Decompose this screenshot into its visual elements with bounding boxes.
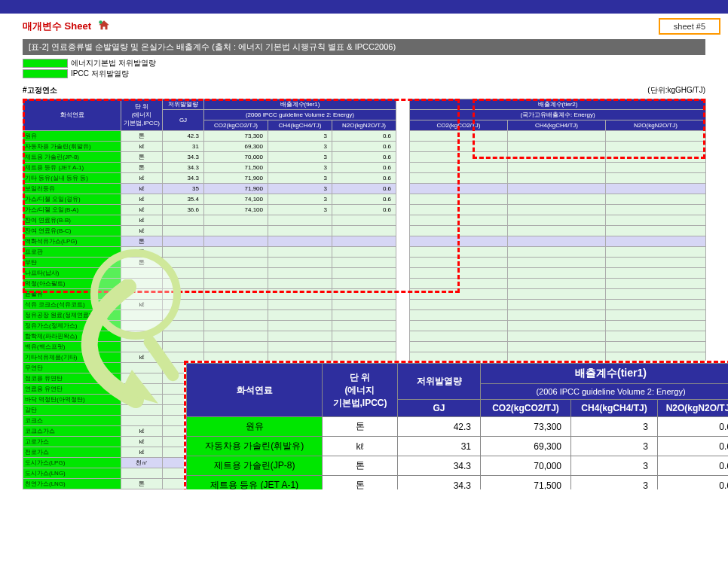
gap	[396, 131, 410, 142]
cell-ch4-t2	[508, 258, 606, 268]
zoom-panel: 화석연료 단 위 (에너지 기본법,IPCC) 저위발열량 배출계수(tier1…	[184, 361, 728, 489]
cell-gj	[163, 215, 204, 226]
gap	[396, 268, 410, 279]
cell-co2	[204, 226, 268, 236]
cell-fuel: 가스/디젤 오일(경유)	[23, 194, 121, 205]
cell-co2	[204, 268, 268, 279]
cell-ch4	[268, 215, 332, 226]
cell-n2o-t2	[606, 310, 706, 321]
cell-co2	[204, 342, 268, 352]
cell-n2o-t2	[606, 194, 706, 205]
cell-co2-t2	[410, 205, 508, 215]
col-tier1: 배출계수(tier1)	[204, 99, 396, 110]
cell-n2o: 0.6	[658, 417, 729, 437]
table-row: 자동차용 가솔린(휘발유)kℓ3169,30030.6	[187, 437, 729, 456]
cell-n2o: 0.6	[658, 456, 729, 476]
cell-ch4-t2	[508, 300, 606, 310]
cell-gj: 34.3	[398, 476, 481, 490]
cell-n2o	[332, 331, 396, 342]
cell-unit: kℓ	[121, 194, 163, 205]
cell-n2o	[332, 236, 396, 247]
col-tier2: 배출계수(tier2)	[410, 99, 706, 110]
cell-ch4	[268, 331, 332, 342]
cell-n2o-t2	[606, 331, 706, 342]
gap	[396, 321, 410, 331]
cell-co2	[204, 258, 268, 268]
cell-n2o: 0.6	[332, 163, 396, 173]
cell-gj: 34.3	[163, 152, 204, 163]
cell-ch4	[268, 321, 332, 331]
cell-co2-t2	[410, 236, 508, 247]
cell-ch4	[268, 279, 332, 289]
gap	[396, 279, 410, 289]
cell-fuel: 고로가스	[23, 437, 121, 447]
cell-n2o	[332, 300, 396, 310]
sheet-title: 매개변수 Sheet	[23, 19, 111, 35]
cell-gj: 35	[163, 184, 204, 194]
cell-co2-t2	[410, 131, 508, 142]
cell-co2-t2	[410, 142, 508, 152]
gap	[396, 194, 410, 205]
cell-fuel: 원유	[187, 417, 323, 437]
table-row: 제트용 가솔린(JP-8)톤34.370,00030.6	[187, 456, 729, 476]
table-row: 기타 등유(실내 등유 등)kℓ34.371,90030.6	[23, 173, 706, 184]
cell-ch4-t2	[508, 215, 606, 226]
table-row: 나프타(납사)	[23, 268, 706, 279]
cell-unit: 천㎥	[121, 458, 163, 468]
col-unit: 단 위 (에너지 기본법,IPCC)	[121, 99, 163, 131]
col-co2-t2: CO2(kgCO2/TJ)	[410, 120, 508, 131]
cell-fuel: 제트용 가솔린(JP-8)	[187, 456, 323, 476]
sheet-number-button[interactable]: sheet #5	[659, 18, 720, 35]
table-row: 원유톤42.373,30030.6	[23, 131, 706, 142]
cell-ch4-t2	[508, 289, 606, 300]
cell-fuel: 가스/디젤 오일(B-A)	[23, 205, 121, 215]
cell-n2o-t2	[606, 152, 706, 163]
gap	[396, 173, 410, 184]
cell-unit: 톤	[121, 479, 163, 489]
cell-unit: kℓ	[121, 226, 163, 236]
cell-ch4-t2	[508, 163, 606, 173]
col-n2o-t2: N2O(kgN2O/TJ)	[606, 120, 706, 131]
cell-unit: kℓ	[121, 205, 163, 215]
cell-n2o-t2	[606, 279, 706, 289]
cell-co2	[204, 215, 268, 226]
cell-ch4-t2	[508, 142, 606, 152]
cell-n2o	[332, 321, 396, 331]
cell-co2-t2	[410, 310, 508, 321]
zcol-ch4: CH4(kgCH4/TJ)	[571, 400, 658, 417]
cell-n2o	[332, 310, 396, 321]
cell-fuel: 액화석유가스(LPG)	[23, 236, 121, 247]
cell-fuel: 코크스	[23, 416, 121, 426]
cell-ch4: 3	[268, 194, 332, 205]
cell-unit	[121, 268, 163, 279]
cell-n2o: 0.6	[658, 476, 729, 490]
cell-co2	[204, 321, 268, 331]
col-gj: GJ	[163, 110, 204, 131]
sheet-title-text: 매개변수 Sheet	[23, 20, 91, 33]
cell-unit: kℓ	[121, 447, 163, 458]
cell-co2-t2	[410, 226, 508, 236]
cell-gj	[163, 247, 204, 258]
unit-note: (단위:kgGHG/TJ)	[647, 85, 705, 96]
gap	[396, 184, 410, 194]
cell-co2	[204, 289, 268, 300]
cell-ch4-t2	[508, 184, 606, 194]
cell-ch4: 3	[268, 142, 332, 152]
cell-n2o	[332, 279, 396, 289]
legend: 에너지기본법 저위발열량 IPCC 저위발열량	[23, 58, 705, 79]
cell-co2	[204, 310, 268, 321]
cell-n2o: 0.6	[332, 152, 396, 163]
gap	[396, 310, 410, 321]
cell-ch4	[268, 268, 332, 279]
cell-fuel: 도시가스(LPG)	[23, 458, 121, 468]
cell-ch4: 3	[268, 184, 332, 194]
cell-co2: 73,300	[204, 131, 268, 142]
cell-co2-t2	[410, 258, 508, 268]
col-ch4-t2: CH4(kgCH4/TJ)	[508, 120, 606, 131]
gap	[396, 226, 410, 236]
cell-ch4	[268, 226, 332, 236]
table-row: 가스/디젤 오일(B-A)kℓ36.674,10030.6	[23, 205, 706, 215]
gap	[396, 289, 410, 300]
table-row: 가스/디젤 오일(경유)kℓ35.474,10030.6	[23, 194, 706, 205]
cell-fuel: 프로판	[23, 247, 121, 258]
